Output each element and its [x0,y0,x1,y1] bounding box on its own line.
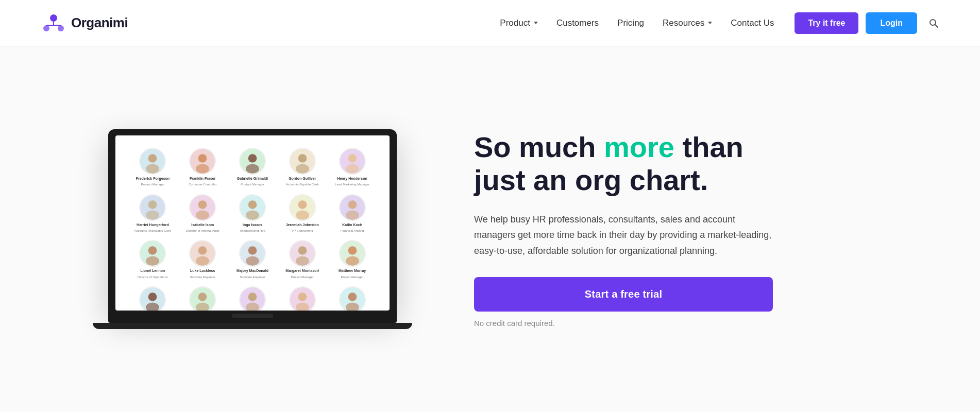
org-person: Frederick Forgeson Product Manager [130,148,176,187]
person-face-icon [340,149,365,174]
avatar [339,286,366,311]
org-person [329,286,375,311]
nav-item-pricing[interactable]: Pricing [617,18,644,28]
person-name: Henry Henderson [337,177,367,181]
login-button[interactable]: Login [866,12,917,34]
svg-point-28 [346,210,359,219]
person-face-icon [240,241,265,266]
svg-point-14 [246,164,259,174]
svg-point-11 [198,154,207,163]
hero-content: So much more than just an org chart. We … [433,131,793,328]
nav-item-contact[interactable]: Contact Us [731,18,774,28]
person-face-icon [340,241,365,266]
person-title: Accounts Receivable Clerk [134,229,172,233]
person-title: Accounts Payable Clerk [286,183,319,186]
try-free-button[interactable]: Try it free [795,12,858,34]
org-person: Isabelle Isom Director of Internal Audit [180,194,226,233]
avatar [189,286,216,311]
svg-point-26 [296,210,309,219]
nav-cta: Try it free Login [795,12,939,34]
avatar [139,148,166,175]
svg-point-29 [148,246,157,255]
hero-description: We help busy HR professionals, consultan… [474,212,773,259]
person-title: Software Engineer [190,276,215,279]
no-credit-card-text: No credit card required. [474,319,793,328]
svg-point-25 [298,200,307,209]
svg-point-32 [196,256,209,266]
nav-link-customers[interactable]: Customers [556,18,599,28]
org-person: Jeremiah Johnston VP Engineering [279,194,325,233]
svg-point-48 [346,302,359,311]
svg-point-33 [248,246,257,255]
org-person: Katlin Koch Financial Analyst [329,194,375,233]
svg-point-22 [196,210,209,219]
hero-section: Frederick Forgeson Product Manager Frank… [0,46,980,412]
org-person [279,286,325,311]
person-title: Product Manager [241,183,264,186]
person-face-icon [140,149,165,174]
person-face-icon [140,241,165,266]
svg-point-0 [50,14,57,22]
person-name: Lionel Lennon [140,269,165,273]
org-person [130,286,176,311]
org-person [230,286,276,311]
svg-line-8 [935,25,938,27]
svg-point-23 [248,200,257,209]
avatar [239,194,266,221]
org-person: Gordon Gulliver Accounts Payable Clerk [279,148,325,187]
svg-point-20 [146,210,159,219]
avatar [339,194,366,221]
organimi-logo-icon [41,13,66,33]
person-name: Inga Isaacs [243,223,262,227]
avatar [289,194,316,221]
laptop-mockup: Frederick Forgeson Product Manager Frank… [108,129,397,329]
avatar [289,286,316,311]
person-name: Matthew Murray [339,269,366,273]
nav-item-product[interactable]: Product [500,18,538,28]
svg-point-40 [146,302,159,311]
person-title: Telemarketing Rep [240,229,265,233]
svg-point-36 [296,256,309,266]
avatar [239,240,266,267]
person-title: Software Engineer [240,276,265,279]
person-face-icon [340,287,365,311]
person-face-icon [240,287,265,311]
nav-link-pricing[interactable]: Pricing [617,18,644,28]
person-name: Majory MacDonald [236,269,268,273]
svg-point-13 [248,154,257,163]
person-face-icon [190,287,215,311]
person-face-icon [290,287,315,311]
nav-item-resources[interactable]: Resources [663,18,712,28]
avatar [189,240,216,267]
svg-point-21 [198,200,207,209]
person-face-icon [190,195,215,220]
svg-point-34 [246,256,259,266]
svg-point-35 [298,246,307,255]
nav-link-product[interactable]: Product [500,18,538,28]
avatar [189,194,216,221]
svg-point-19 [148,200,157,209]
svg-point-10 [146,164,159,174]
logo-text: Organimi [71,15,128,31]
logo-link[interactable]: Organimi [41,13,128,33]
person-face-icon [240,195,265,220]
nav-link-contact[interactable]: Contact Us [731,18,774,28]
nav-link-resources[interactable]: Resources [663,18,712,28]
svg-point-2 [58,25,64,31]
start-trial-button[interactable]: Start a free trial [474,277,773,312]
person-face-icon [140,195,165,220]
org-person: Luke Luckless Software Engineer [180,240,226,279]
chevron-down-icon [534,22,538,24]
nav-item-customers[interactable]: Customers [556,18,599,28]
svg-point-46 [296,302,309,311]
svg-point-12 [196,164,209,174]
avatar [239,148,266,175]
svg-point-18 [346,164,359,174]
person-title: Director of Internal Audit [186,229,219,233]
person-face-icon [190,241,215,266]
search-icon [928,18,939,28]
org-person: Majory MacDonald Software Engineer [230,240,276,279]
avatar [289,148,316,175]
person-face-icon [290,195,315,220]
search-button[interactable] [928,18,939,28]
